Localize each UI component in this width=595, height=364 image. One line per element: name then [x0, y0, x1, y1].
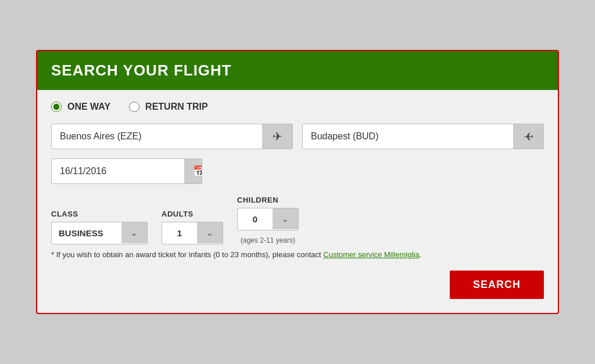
- one-way-option[interactable]: ONE WAY: [51, 102, 110, 112]
- plane-takeoff-icon: ✈: [273, 129, 282, 143]
- infant-note-paragraph: * If you wish to obtain an award ticket …: [51, 250, 544, 259]
- class-select-arrow-icon: ⌄: [121, 222, 147, 243]
- class-label: CLASS: [51, 210, 148, 218]
- infant-note-text: * If you wish to obtain an award ticket …: [51, 250, 321, 259]
- children-input[interactable]: [238, 208, 273, 230]
- children-group: CHILDREN ⌄ (ages 2-11 years): [237, 196, 299, 244]
- children-arrow-icon: ⌄: [273, 208, 298, 229]
- calendar-icon: 📅: [193, 165, 202, 178]
- departure-date-group: 📅: [51, 158, 202, 184]
- selectors-row: CLASS ECONOMY BUSINESS FIRST ⌄ ADULTS ⌄: [51, 196, 544, 244]
- infant-link[interactable]: Customer service Millemiglia: [323, 250, 419, 259]
- destination-input-group: ✈: [302, 124, 544, 149]
- return-trip-radio[interactable]: [129, 102, 139, 112]
- widget-title: SEARCH YOUR FLIGHT: [51, 62, 232, 79]
- class-select[interactable]: ECONOMY BUSINESS FIRST: [52, 222, 121, 244]
- origin-icon-button[interactable]: ✈: [262, 124, 292, 149]
- widget-body: ONE WAY RETURN TRIP ✈ ✈: [37, 90, 558, 313]
- adults-input[interactable]: [162, 222, 197, 244]
- footer-row: SEARCH: [51, 271, 544, 299]
- destination-input[interactable]: [303, 124, 513, 149]
- flight-search-widget: SEARCH YOUR FLIGHT ONE WAY RETURN TRIP ✈: [36, 50, 559, 314]
- date-row: 📅: [51, 158, 544, 184]
- adults-group: ADULTS ⌄: [162, 210, 223, 244]
- plane-landing-icon: ✈: [524, 129, 533, 143]
- children-label: CHILDREN: [237, 196, 299, 204]
- search-button[interactable]: SEARCH: [450, 271, 544, 299]
- calendar-button[interactable]: 📅: [184, 159, 202, 183]
- children-ages-note: (ages 2-11 years): [237, 236, 299, 244]
- return-trip-label: RETURN TRIP: [145, 102, 208, 112]
- airports-row: ✈ ✈: [51, 124, 544, 149]
- children-input-wrapper: ⌄: [237, 208, 299, 230]
- origin-input[interactable]: [52, 124, 262, 149]
- one-way-label: ONE WAY: [67, 102, 110, 112]
- class-group: CLASS ECONOMY BUSINESS FIRST ⌄: [51, 210, 148, 244]
- widget-header: SEARCH YOUR FLIGHT: [37, 51, 558, 90]
- adults-arrow-icon: ⌄: [197, 222, 223, 243]
- departure-date-input[interactable]: [52, 159, 184, 183]
- return-trip-option[interactable]: RETURN TRIP: [129, 102, 208, 112]
- infant-note-end: .: [420, 250, 422, 259]
- one-way-radio[interactable]: [51, 102, 62, 112]
- adults-input-wrapper: ⌄: [162, 222, 223, 244]
- origin-input-group: ✈: [51, 124, 293, 149]
- adults-label: ADULTS: [162, 210, 223, 218]
- destination-icon-button[interactable]: ✈: [513, 124, 543, 149]
- trip-type-row: ONE WAY RETURN TRIP: [51, 102, 544, 112]
- class-select-wrapper: ECONOMY BUSINESS FIRST ⌄: [51, 222, 148, 244]
